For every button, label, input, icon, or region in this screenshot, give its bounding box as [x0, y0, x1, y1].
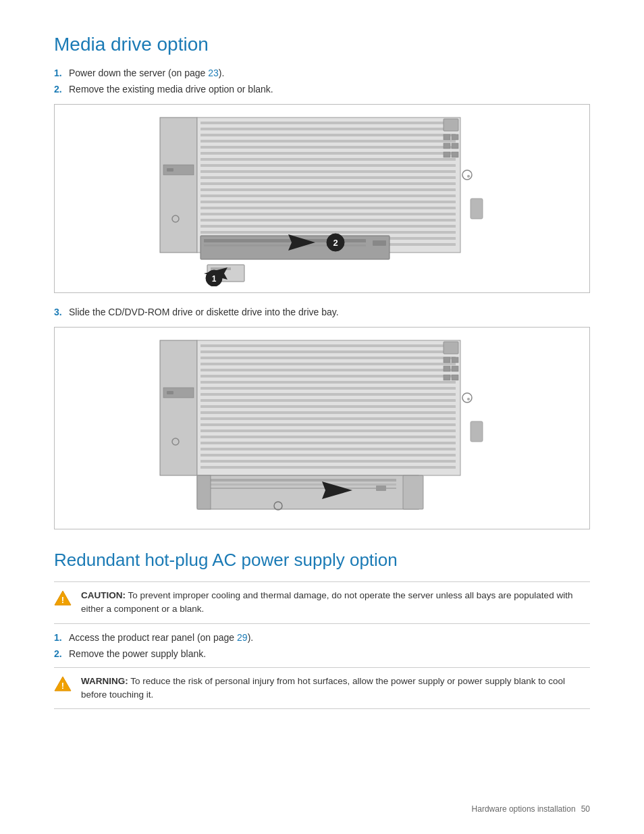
svg-point-81 — [462, 393, 472, 402]
svg-rect-20 — [200, 213, 456, 215]
svg-rect-19 — [200, 207, 456, 209]
svg-rect-57 — [200, 369, 456, 371]
svg-rect-67 — [200, 429, 456, 432]
svg-rect-77 — [444, 366, 450, 371]
svg-rect-9 — [200, 146, 456, 149]
svg-rect-71 — [200, 454, 456, 457]
footer: Hardware options installation 50 — [472, 804, 590, 814]
page-content: Media drive option 1. Power down the ser… — [54, 34, 590, 709]
svg-rect-55 — [200, 357, 456, 359]
svg-rect-65 — [200, 417, 456, 420]
svg-rect-73 — [200, 466, 456, 469]
svg-rect-31 — [444, 152, 450, 157]
step1-text: Power down the server (on page 23). — [69, 68, 590, 78]
rack-lines2 — [200, 344, 456, 469]
svg-rect-63 — [200, 405, 456, 408]
svg-rect-26 — [444, 119, 458, 131]
warning-box: ! WARNING: To reduce the risk of persona… — [54, 667, 590, 710]
svg-rect-60 — [200, 387, 456, 390]
svg-rect-18 — [200, 201, 456, 203]
svg-rect-74 — [444, 342, 458, 354]
svg-rect-11 — [200, 158, 456, 161]
svg-rect-50 — [167, 391, 173, 394]
svg-rect-61 — [200, 393, 456, 396]
svg-rect-28 — [452, 134, 458, 140]
svg-rect-2 — [167, 168, 173, 172]
svg-rect-64 — [200, 411, 456, 414]
step2-power: 2. Remove the power supply blank. — [54, 648, 590, 659]
svg-rect-14 — [200, 176, 456, 179]
svg-rect-21 — [200, 219, 456, 221]
step1-link[interactable]: 23 — [208, 68, 219, 78]
svg-rect-72 — [200, 460, 456, 463]
svg-text:!: ! — [61, 681, 64, 691]
step1-power-num: 1. — [54, 632, 69, 643]
step3-text: Slide the CD/DVD-ROM drive or diskette d… — [69, 307, 590, 317]
svg-rect-56 — [200, 363, 456, 365]
svg-rect-17 — [200, 194, 456, 197]
diagram1: 2 1 — [54, 104, 590, 293]
svg-rect-27 — [444, 134, 450, 140]
svg-rect-69 — [200, 442, 456, 444]
step1-power-text: Access the product rear panel (on page 2… — [69, 632, 590, 643]
svg-rect-8 — [200, 140, 456, 142]
caution-text: CAUTION: To prevent improper cooling and… — [81, 589, 590, 617]
warning-label: WARNING: — [81, 676, 128, 686]
svg-rect-32 — [452, 152, 458, 157]
diagram2-svg — [146, 334, 498, 523]
svg-rect-91 — [403, 475, 423, 509]
section-title-media: Media drive option — [54, 34, 590, 55]
svg-rect-6 — [200, 128, 456, 130]
footer-text: Hardware options installation — [472, 804, 576, 814]
svg-rect-59 — [200, 381, 456, 384]
svg-rect-53 — [200, 344, 456, 347]
rack-lines — [200, 122, 456, 246]
step3-num: 3. — [54, 307, 69, 317]
footer-page: 50 — [581, 804, 590, 814]
svg-rect-88 — [197, 475, 211, 509]
svg-rect-54 — [200, 350, 456, 353]
svg-point-33 — [462, 170, 472, 180]
svg-rect-76 — [452, 357, 458, 363]
section-title-power: Redundant hot-plug AC power supply optio… — [54, 550, 590, 571]
svg-point-34 — [467, 175, 470, 178]
step1-num: 1. — [54, 68, 69, 78]
step2-power-text: Remove the power supply blank. — [69, 648, 590, 659]
svg-rect-80 — [452, 375, 458, 380]
step1-power: 1. Access the product rear panel (on pag… — [54, 632, 590, 643]
svg-rect-85 — [200, 479, 396, 481]
svg-rect-12 — [200, 164, 456, 167]
svg-text:!: ! — [61, 595, 64, 605]
svg-rect-10 — [200, 152, 456, 155]
svg-rect-39 — [373, 240, 386, 246]
svg-rect-75 — [444, 357, 450, 363]
svg-rect-7 — [200, 134, 456, 136]
step3-media: 3. Slide the CD/DVD-ROM drive or diskett… — [54, 307, 590, 317]
svg-rect-35 — [471, 199, 483, 219]
diagram1-svg: 2 1 — [146, 111, 498, 286]
svg-rect-29 — [444, 143, 450, 149]
svg-rect-22 — [200, 225, 456, 228]
svg-rect-58 — [200, 375, 456, 377]
svg-rect-48 — [160, 340, 197, 475]
svg-rect-23 — [200, 231, 456, 234]
caution-box: ! CAUTION: To prevent improper cooling a… — [54, 581, 590, 624]
svg-point-82 — [467, 398, 470, 400]
caution-icon: ! — [54, 590, 72, 607]
svg-rect-78 — [452, 366, 458, 371]
svg-rect-86 — [200, 484, 396, 486]
svg-rect-0 — [160, 118, 197, 253]
step1-power-link[interactable]: 29 — [237, 632, 248, 643]
svg-rect-79 — [444, 375, 450, 380]
step1-media: 1. Power down the server (on page 23). — [54, 68, 590, 78]
step2-num: 2. — [54, 84, 69, 95]
svg-text:2: 2 — [333, 238, 338, 248]
svg-rect-16 — [200, 188, 456, 191]
step2-power-num: 2. — [54, 648, 69, 659]
svg-rect-15 — [200, 182, 456, 185]
caution-label: CAUTION: — [81, 590, 126, 600]
svg-rect-5 — [200, 122, 456, 124]
svg-rect-13 — [200, 170, 456, 173]
step2-media: 2. Remove the existing media drive optio… — [54, 84, 590, 95]
svg-rect-90 — [376, 486, 386, 491]
